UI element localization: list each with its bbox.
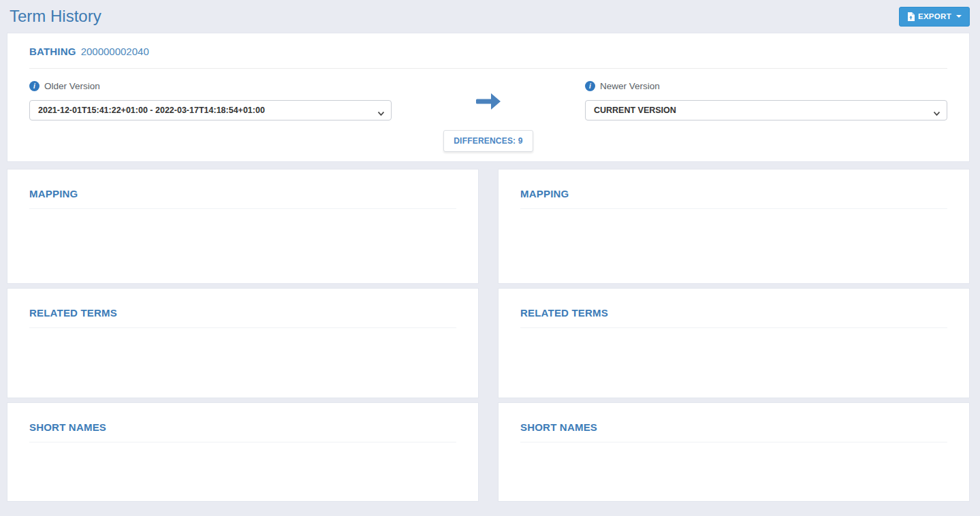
panel-title: MAPPING [520, 188, 947, 209]
right-arrow-icon [475, 91, 502, 115]
newer-version-column: i Newer Version CURRENT VERSION [585, 81, 947, 152]
differences-badge: DIFFERENCES: 9 [443, 130, 533, 152]
version-compare-row: i Older Version 2021-12-01T15:41:22+01:0… [29, 81, 947, 152]
newer-version-select-wrap: CURRENT VERSION [585, 100, 947, 120]
section-panels-grid: MAPPING MAPPING RELATED TERMS RELATED TE… [7, 169, 970, 502]
panel-title: MAPPING [29, 188, 456, 209]
export-button[interactable]: EXPORT [899, 7, 970, 27]
panel-short-names-newer: SHORT NAMES [498, 402, 970, 502]
term-name: BATHING [29, 46, 76, 57]
compare-center-column: DIFFERENCES: 9 [392, 81, 585, 152]
panel-related-terms-older: RELATED TERMS [7, 288, 479, 398]
page-header: Term History EXPORT [0, 0, 980, 33]
panel-related-terms-newer: RELATED TERMS [498, 288, 970, 398]
older-version-label-text: Older Version [44, 81, 100, 91]
newer-version-label: i Newer Version [585, 81, 947, 91]
page-title: Term History [10, 7, 101, 26]
term-id: 200000002040 [81, 46, 149, 57]
caret-down-icon [956, 15, 962, 18]
newer-version-select[interactable]: CURRENT VERSION [585, 100, 947, 120]
older-version-select-wrap: 2021-12-01T15:41:22+01:00 - 2022-03-17T1… [29, 100, 392, 120]
panel-mapping-older: MAPPING [7, 169, 479, 284]
panel-title: SHORT NAMES [520, 421, 947, 442]
term-comparison-card: BATHING200000002040 i Older Version 2021… [7, 33, 970, 162]
info-icon: i [585, 81, 595, 91]
panel-title: RELATED TERMS [520, 307, 947, 328]
panel-mapping-newer: MAPPING [498, 169, 970, 284]
panel-title: RELATED TERMS [29, 307, 456, 328]
older-version-column: i Older Version 2021-12-01T15:41:22+01:0… [29, 81, 392, 152]
newer-version-label-text: Newer Version [600, 81, 660, 91]
file-export-icon [907, 12, 915, 21]
panel-short-names-older: SHORT NAMES [7, 402, 479, 502]
older-version-select[interactable]: 2021-12-01T15:41:22+01:00 - 2022-03-17T1… [29, 100, 392, 120]
info-icon: i [29, 81, 39, 91]
panel-title: SHORT NAMES [29, 421, 456, 442]
term-header: BATHING200000002040 [29, 46, 947, 69]
export-button-label: EXPORT [918, 12, 951, 20]
older-version-label: i Older Version [29, 81, 392, 91]
